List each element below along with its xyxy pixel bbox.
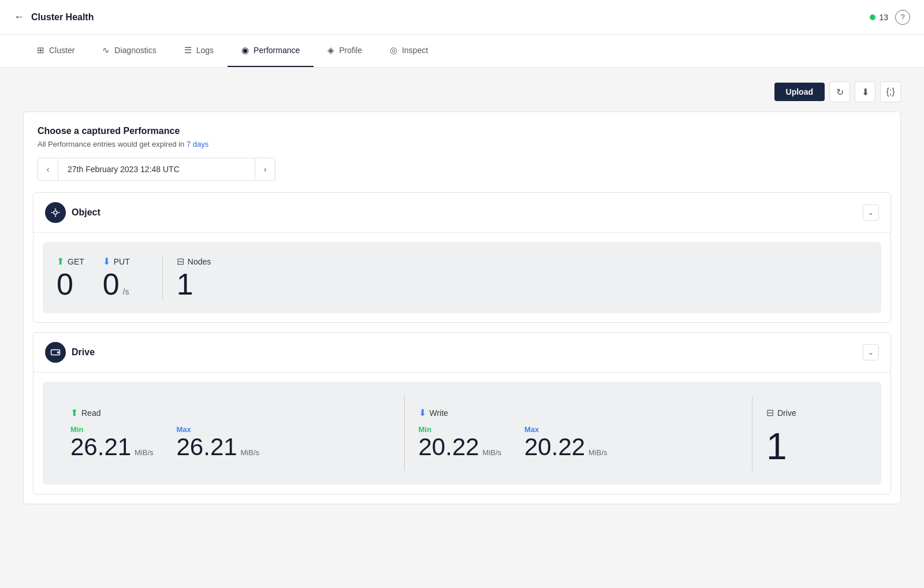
refresh-icon: ↻	[836, 87, 844, 98]
write-min-max: Min 20.22 MiB/s Max 20.22 MiB/s	[419, 425, 739, 459]
put-unit: /s	[123, 287, 129, 296]
svg-point-2	[57, 352, 58, 353]
read-max-value-row: 26.21 MiB/s	[177, 435, 260, 459]
drive-count-icon: ⊟	[766, 407, 774, 418]
tab-performance[interactable]: ◉ Performance	[228, 35, 314, 67]
tab-profile[interactable]: ◈ Profile	[314, 35, 376, 67]
get-metric: ⬆ GET 0	[57, 256, 103, 299]
read-min-max: Min 26.21 MiB/s Max 26.21 MiB/s	[70, 425, 390, 459]
put-down-icon: ⬇	[103, 256, 110, 267]
drive-metrics-row: ⬆ Read Min 26.21 MiB/s	[57, 396, 867, 471]
drive-count-col: ⊟ Drive 1	[752, 396, 867, 471]
diagnostics-icon: ∿	[102, 45, 110, 55]
main-content: Upload ↻ ⬇ {;} Choose a captured Perform…	[0, 68, 924, 586]
write-min-label: Min	[419, 425, 502, 434]
cluster-icon: ⊞	[37, 45, 44, 55]
download-icon: ⬇	[862, 87, 869, 98]
tab-performance-label: Performance	[254, 46, 300, 55]
read-metric-col: ⬆ Read Min 26.21 MiB/s	[57, 396, 404, 471]
inspect-icon: ◎	[390, 45, 397, 55]
expire-link[interactable]: 7 days	[187, 140, 208, 148]
write-max-group: Max 20.22 MiB/s	[524, 425, 608, 459]
drive-section-header: Drive ⌄	[33, 333, 891, 373]
drive-count-label: Drive	[777, 408, 796, 418]
profile-icon: ◈	[327, 45, 334, 55]
tab-diagnostics-label: Diagnostics	[114, 46, 156, 55]
read-max-unit: MiB/s	[241, 448, 260, 457]
logs-icon: ☰	[184, 45, 192, 55]
header-left: ← Cluster Health	[14, 11, 94, 23]
write-label-row: ⬇ Write	[419, 407, 739, 418]
nodes-metric: ⊟ Nodes 1	[177, 256, 229, 299]
drive-count-label-row: ⊟ Drive	[752, 396, 867, 418]
object-collapse-button[interactable]: ⌄	[863, 204, 879, 221]
drive-metrics-area: ⬆ Read Min 26.21 MiB/s	[43, 382, 881, 485]
tab-cluster[interactable]: ⊞ Cluster	[23, 35, 88, 67]
read-min-unit: MiB/s	[135, 448, 154, 457]
drive-icon	[45, 342, 66, 363]
tabs-container: ⊞ Cluster ∿ Diagnostics ☰ Logs ◉ Perform…	[0, 35, 924, 68]
choose-performance-card: Choose a captured Performance All Perfor…	[23, 111, 901, 504]
get-label-row: ⬆ GET	[57, 256, 84, 267]
write-max-value: 20.22	[524, 433, 585, 460]
code-icon: {;}	[886, 87, 895, 97]
object-metrics: ⬆ GET 0 ⬇ PUT 0	[43, 242, 881, 313]
back-button[interactable]: ←	[14, 11, 24, 23]
object-section-card: Object ⌄ ⬆ GET 0	[33, 192, 891, 323]
page-title: Cluster Health	[31, 12, 94, 23]
tab-inspect[interactable]: ◎ Inspect	[376, 35, 442, 67]
read-label: Read	[81, 408, 100, 418]
download-button[interactable]: ⬇	[855, 81, 875, 102]
upload-button[interactable]: Upload	[774, 83, 825, 101]
svg-point-0	[54, 211, 57, 214]
read-min-value-row: 26.21 MiB/s	[70, 435, 154, 459]
object-icon	[45, 202, 66, 223]
get-value: 0	[57, 269, 84, 299]
drive-count-value: 1	[766, 426, 787, 467]
nodes-label: Nodes	[188, 257, 211, 266]
help-button[interactable]: ?	[895, 10, 910, 25]
drive-collapse-button[interactable]: ⌄	[863, 344, 879, 360]
write-down-icon: ⬇	[419, 407, 426, 418]
nodes-label-row: ⊟ Nodes	[177, 256, 211, 267]
metric-divider	[162, 256, 163, 299]
put-label: PUT	[114, 257, 130, 266]
read-min-label: Min	[70, 425, 154, 434]
tab-profile-label: Profile	[339, 46, 362, 55]
nav-next-button[interactable]: ›	[255, 158, 275, 181]
get-up-icon: ⬆	[57, 256, 64, 267]
status-count: 13	[879, 13, 888, 22]
metrics-row: ⬆ GET 0 ⬇ PUT 0	[57, 256, 867, 299]
put-label-row: ⬇ PUT	[103, 256, 130, 267]
toolbar: Upload ↻ ⬇ {;}	[23, 81, 901, 102]
get-label: GET	[68, 257, 84, 266]
tab-diagnostics[interactable]: ∿ Diagnostics	[88, 35, 170, 67]
write-max-unit: MiB/s	[588, 448, 608, 457]
nodes-icon: ⊟	[177, 256, 184, 267]
nav-prev-button[interactable]: ‹	[38, 158, 58, 181]
drive-section-card: Drive ⌄ ⬆ Read Min	[33, 332, 891, 494]
performance-icon: ◉	[241, 45, 249, 55]
put-metric: ⬇ PUT 0 /s	[103, 256, 148, 299]
tab-logs-label: Logs	[196, 46, 214, 55]
refresh-button[interactable]: ↻	[829, 81, 850, 102]
tab-logs[interactable]: ☰ Logs	[170, 35, 228, 67]
read-up-icon: ⬆	[70, 407, 78, 418]
status-indicator: 13	[870, 13, 888, 22]
choose-performance-content: Choose a captured Performance All Perfor…	[24, 112, 900, 192]
write-max-label: Max	[524, 425, 608, 434]
put-value: 0 /s	[103, 269, 130, 299]
tab-inspect-label: Inspect	[402, 46, 428, 55]
object-section-label: Object	[72, 207, 100, 218]
header: ← Cluster Health 13 ?	[0, 0, 924, 35]
code-button[interactable]: {;}	[880, 81, 901, 102]
drive-section-label: Drive	[72, 347, 95, 358]
date-nav: ‹ 27th February 2023 12:48 UTC ›	[38, 158, 886, 181]
nodes-value: 1	[177, 269, 211, 299]
read-max-value: 26.21	[177, 433, 237, 460]
write-min-unit: MiB/s	[483, 448, 502, 457]
drive-title: Drive	[45, 342, 95, 363]
write-min-value-row: 20.22 MiB/s	[419, 435, 502, 459]
header-right: 13 ?	[870, 10, 910, 25]
date-display: 27th February 2023 12:48 UTC	[58, 158, 255, 181]
